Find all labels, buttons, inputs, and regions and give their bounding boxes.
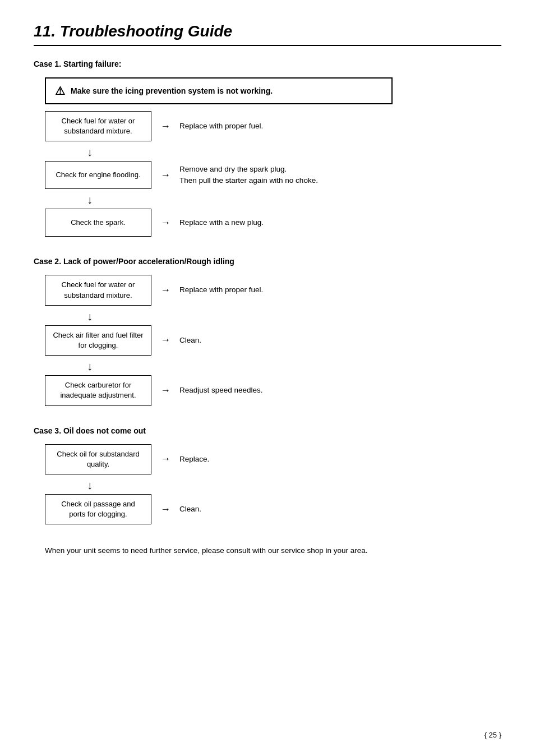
- case1-step3-arrow: →: [160, 217, 170, 229]
- case1-section: Case 1. Starting failure: ⚠ Make sure th…: [34, 59, 501, 239]
- case2-down-arrow2: ↓: [87, 360, 93, 373]
- page-number: { 25 }: [485, 731, 501, 739]
- case1-step2-action: Remove and dry the spark plug.Then pull …: [179, 164, 318, 187]
- case3-title: Case 3. Oil does not come out: [34, 426, 501, 435]
- case2-down1: ↓: [45, 310, 93, 323]
- case1-warning-box: ⚠ Make sure the icing prevention system …: [45, 77, 393, 104]
- case1-step1-row: Check fuel for water or substandard mixt…: [45, 111, 263, 141]
- case2-step1-action: Replace with proper fuel.: [179, 284, 263, 296]
- case2-step1-arrow: →: [160, 284, 170, 296]
- case1-step2-check: Check for engine flooding.: [45, 161, 151, 189]
- case1-step1-action: Replace with proper fuel.: [179, 121, 263, 132]
- case1-title: Case 1. Starting failure:: [34, 59, 501, 68]
- case3-step2-action: Clean.: [179, 504, 201, 515]
- case3-step1-action: Replace.: [179, 454, 209, 465]
- case2-step1-check: Check fuel for water or substandard mixt…: [45, 275, 151, 305]
- footer-note: When your unit seems to need further ser…: [45, 545, 460, 557]
- case2-step2-arrow: →: [160, 334, 170, 346]
- case1-warning-text: Make sure the icing prevention system is…: [71, 86, 273, 95]
- page-title: 11. Troubleshooting Guide: [34, 22, 501, 40]
- case1-step1-arrow: →: [160, 121, 170, 132]
- case3-step1-check: Check oil for substandard quality.: [45, 444, 151, 474]
- case3-step1-row: Check oil for substandard quality. → Rep…: [45, 444, 209, 474]
- case2-step3-action: Readjust speed needles.: [179, 385, 263, 396]
- case1-flow-diagram: ⚠ Make sure the icing prevention system …: [45, 77, 501, 239]
- case3-step2-check: Check oil passage and ports for clogging…: [45, 494, 151, 524]
- case3-flow-diagram: Check oil for substandard quality. → Rep…: [45, 444, 501, 527]
- case2-step3-arrow: →: [160, 385, 170, 397]
- case3-step2-arrow: →: [160, 504, 170, 515]
- case2-step2-row: Check air filter and fuel filter for clo…: [45, 325, 201, 356]
- case1-down2: ↓: [45, 193, 93, 206]
- case1-down-arrow1: ↓: [87, 146, 93, 159]
- case2-step3-check: Check carburetor for inadequate adjustme…: [45, 375, 151, 405]
- case3-down1: ↓: [45, 479, 93, 492]
- case2-step1-row: Check fuel for water or substandard mixt…: [45, 275, 263, 305]
- case2-step3-row: Check carburetor for inadequate adjustme…: [45, 375, 263, 405]
- case2-flow-diagram: Check fuel for water or substandard mixt…: [45, 275, 501, 408]
- case2-step2-check: Check air filter and fuel filter for clo…: [45, 325, 151, 356]
- case1-down1: ↓: [45, 146, 93, 159]
- case1-step3-check: Check the spark.: [45, 209, 151, 237]
- case2-down-arrow1: ↓: [87, 310, 93, 323]
- case2-title: Case 2. Lack of power/Poor acceleration/…: [34, 257, 501, 266]
- case1-step3-row: Check the spark. → Replace with a new pl…: [45, 209, 264, 237]
- title-divider: [34, 45, 501, 46]
- case3-down-arrow1: ↓: [87, 479, 93, 492]
- case1-step1-check: Check fuel for water or substandard mixt…: [45, 111, 151, 141]
- case2-down2: ↓: [45, 360, 93, 373]
- case3-step1-arrow: →: [160, 453, 170, 465]
- case2-step2-action: Clean.: [179, 335, 201, 346]
- case1-step2-arrow: →: [160, 169, 170, 181]
- case3-step2-row: Check oil passage and ports for clogging…: [45, 494, 201, 524]
- case1-step3-action: Replace with a new plug.: [179, 217, 264, 228]
- case1-down-arrow2: ↓: [87, 193, 93, 206]
- case3-section: Case 3. Oil does not come out Check oil …: [34, 426, 501, 527]
- warning-icon: ⚠: [55, 84, 65, 98]
- case1-step2-row: Check for engine flooding. → Remove and …: [45, 161, 318, 189]
- case2-section: Case 2. Lack of power/Poor acceleration/…: [34, 257, 501, 408]
